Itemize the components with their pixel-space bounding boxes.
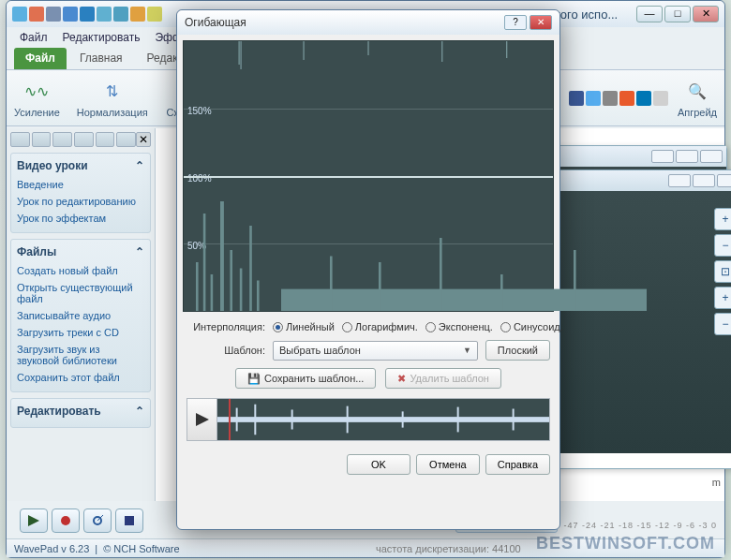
panel-title: Файлы [17,245,56,258]
radio-exp[interactable]: Экспоненц. [425,321,493,332]
upgrade-icon: 🔍 [684,79,710,105]
plus-icon[interactable] [603,91,618,106]
cancel-button[interactable]: Отмена [416,454,480,475]
level-ruler: -47 -24 -21 -18 -15 -12 -9 -6 -3 0 [563,521,717,530]
dialog-button-row: OK Отмена Справка [177,447,559,482]
marker-m: m [712,477,721,488]
sidebar-panel-edit: Редактировать ⌃ [10,398,151,428]
panel-header[interactable]: Видео уроки ⌃ [17,159,144,172]
zoom-out-icon[interactable]: − [714,313,731,335]
sidebar-link[interactable]: Создать новый файл [17,262,144,279]
sidebar-close-icon[interactable]: ✕ [136,132,151,147]
svg-rect-31 [402,411,404,427]
envelope-dialog: Огибающая ? ✕ 150% 100% 50% [176,9,560,530]
twitter-icon[interactable] [586,91,601,106]
sidebar-link[interactable]: Урок по редактированию [17,193,144,210]
panel-header[interactable]: Файлы ⌃ [17,245,144,258]
help-button[interactable]: Справка [485,454,550,475]
sidebar-link[interactable]: Сохранить этот файл [17,369,144,386]
sidebar-link[interactable]: Записывайте аудио [17,307,144,324]
preview-play-button[interactable] [187,399,217,440]
qat-icon[interactable] [63,7,78,22]
sidebar-panel-files: Файлы ⌃ Создать новый файл Открыть сущес… [10,239,151,392]
sidebar-link[interactable]: Урок по эффектам [17,210,144,227]
watermark: BESTWINSOFT.COM [536,534,715,553]
menu-edit[interactable]: Редактировать [57,29,146,46]
zoom-in-icon[interactable]: + [714,208,731,230]
svg-marker-0 [28,515,39,526]
ribbon-label: Нормализация [77,107,148,118]
child-min-icon[interactable] [651,150,674,163]
svg-point-1 [61,516,70,525]
ribbon-tab-home[interactable]: Главная [68,48,134,69]
svg-rect-11 [249,226,252,311]
upgrade-button[interactable]: 🔍 Апгрейд [678,79,717,118]
qat-icon[interactable] [113,7,128,22]
radio-linear[interactable]: Линейный [273,321,335,332]
child-titlebar [550,170,731,191]
panel-header[interactable]: Редактировать ⌃ [17,405,144,418]
dialog-help-icon[interactable]: ? [504,15,527,30]
sidebar-tabs[interactable] [10,132,136,147]
child-max-icon[interactable] [693,174,715,187]
maximize-button[interactable]: □ [664,6,691,22]
radio-icon [342,322,352,332]
facebook-icon[interactable] [569,91,584,106]
radio-sine[interactable]: Синусоид. [500,321,563,332]
svg-rect-17 [500,274,503,311]
close-button[interactable]: ✕ [693,6,719,22]
sidebar-link[interactable]: Введение [17,176,144,193]
svg-rect-33 [513,409,515,431]
linkedin-icon[interactable] [636,91,651,106]
zoom-out-icon[interactable]: − [714,234,731,257]
child-close-icon[interactable] [717,174,731,187]
qat-icon[interactable] [80,7,95,22]
radio-log[interactable]: Логарифмич. [342,321,418,332]
save-icon: 💾 [247,373,261,385]
ok-button[interactable]: OK [347,454,410,475]
minimize-button[interactable]: — [636,6,663,22]
radio-icon [425,322,436,332]
record-button[interactable] [52,508,80,533]
qat-icon[interactable] [97,7,112,22]
playhead[interactable] [229,399,231,440]
envelope-line[interactable] [184,176,553,178]
menu-file[interactable]: Файл [14,29,53,46]
template-row: Шаблон: Выбрать шаблон ▼ Плоский [177,336,559,364]
scrub-button[interactable] [83,508,112,533]
sidebar-link[interactable]: Загрузить звук из звуковой библиотеки [17,341,144,369]
preview-waveform[interactable] [217,399,549,440]
play-button[interactable] [20,508,48,533]
zoom-in-icon[interactable]: + [714,287,731,309]
quick-access-toolbar[interactable] [12,7,162,22]
template-combo[interactable]: Выбрать шаблон ▼ [273,341,478,361]
sidebar-link[interactable]: Загрузить треки с CD [17,324,144,341]
dialog-close-icon[interactable]: ✕ [530,15,552,30]
sidebar-link[interactable]: Открыть существующий файл [17,279,144,307]
child-max-icon[interactable] [676,150,698,163]
share-icon[interactable] [653,91,668,106]
svg-rect-4 [125,516,134,525]
child-min-icon[interactable] [668,174,691,187]
delete-template-button[interactable]: ✖ Удалить шаблон [385,368,501,389]
qat-icon[interactable] [130,7,145,22]
status-version: WavePad v 6.23 [14,543,89,554]
child-close-icon[interactable] [700,150,723,163]
qat-icon[interactable] [147,7,162,22]
radio-icon [500,322,511,332]
envelope-graph[interactable]: 150% 100% 50% [183,40,554,312]
ribbon-amplify[interactable]: ∿∿ Усиление [14,79,60,118]
stumble-icon[interactable] [619,91,634,106]
svg-rect-29 [291,409,293,429]
save-template-button[interactable]: 💾 Сохранить шаблон... [235,368,376,389]
svg-rect-15 [379,262,381,311]
flat-button[interactable]: Плоский [485,340,550,361]
ribbon-tab-file[interactable]: Файл [14,48,67,69]
zoom-fit-icon[interactable]: ⊡ [714,260,731,283]
qat-icon[interactable] [12,7,27,22]
qat-icon[interactable] [46,7,61,22]
svg-rect-30 [347,406,349,434]
ribbon-normalize[interactable]: ⇅ Нормализация [77,79,148,118]
stop-button[interactable] [115,508,143,533]
qat-icon[interactable] [29,7,44,22]
